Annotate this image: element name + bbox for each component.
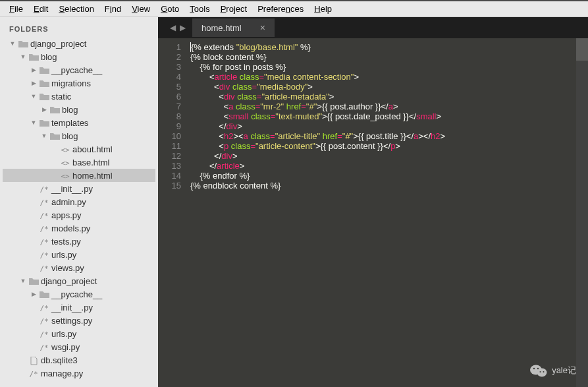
folder-item[interactable]: ▼blog — [3, 50, 155, 63]
file-tree: ▼django_project▼blog▶__pycache__▶migrati… — [3, 37, 155, 380]
folder-item[interactable]: ▼django_project — [3, 37, 155, 50]
code-line[interactable]: </article> — [188, 161, 588, 171]
file-item[interactable]: ▶/*views.py — [3, 261, 155, 274]
folder-item[interactable]: ▼static — [3, 90, 155, 103]
folder-item[interactable]: ▼blog — [3, 129, 155, 142]
tree-label: home.html — [72, 171, 113, 181]
minimap[interactable] — [576, 38, 588, 387]
file-item[interactable]: ▶<>base.html — [3, 156, 155, 169]
file-item[interactable]: ▶/*__init__.py — [3, 182, 155, 195]
menu-tools[interactable]: Tools — [184, 3, 215, 15]
folder-item[interactable]: ▼templates — [3, 116, 155, 129]
tab-nav-arrows: ◀ ▶ — [163, 23, 192, 32]
watermark-text: yale记 — [552, 365, 576, 376]
file-item[interactable]: ▶<>about.html — [3, 142, 155, 156]
chevron-right-icon[interactable]: ▶ — [29, 67, 38, 73]
chevron-down-icon[interactable]: ▼ — [29, 93, 38, 100]
nav-forward-icon[interactable]: ▶ — [180, 23, 186, 32]
file-item[interactable]: ▶/*tests.py — [3, 235, 155, 248]
folder-item[interactable]: ▶blog — [3, 103, 155, 116]
file-item[interactable]: ▶<>home.html — [3, 169, 155, 182]
code-line[interactable]: <div class="article-metadata"> — [188, 92, 588, 102]
tree-label: __pycache__ — [51, 289, 102, 299]
code-line[interactable]: {% block content %} — [188, 52, 588, 62]
line-number: 14 — [161, 171, 181, 181]
menu-preferences[interactable]: Preferences — [252, 3, 309, 15]
folder-item[interactable]: ▶migrations — [3, 76, 155, 90]
file-item[interactable]: ▶/*wsgi.py — [3, 340, 155, 353]
folder-icon — [17, 39, 29, 49]
menu-view[interactable]: View — [126, 3, 155, 15]
file-item[interactable]: ▶/*apps.py — [3, 208, 155, 222]
code-line[interactable]: {% endfor %} — [188, 171, 588, 181]
menu-help[interactable]: Help — [309, 3, 337, 15]
line-number: 12 — [161, 151, 181, 161]
menu-edit[interactable]: Edit — [28, 3, 53, 15]
chevron-down-icon[interactable]: ▼ — [8, 40, 17, 47]
code-line[interactable]: <small class="text-muted">{{ post.date_p… — [188, 111, 588, 121]
file-item[interactable]: ▶db.sqlite3 — [3, 353, 155, 367]
file-item[interactable]: ▶/*__init__.py — [3, 301, 155, 314]
file-item[interactable]: ▶/*urls.py — [3, 327, 155, 340]
menu-selection[interactable]: Selection — [53, 3, 99, 15]
menu-project[interactable]: Project — [215, 3, 252, 15]
chevron-right-icon[interactable]: ▶ — [29, 291, 38, 297]
py-icon: /* — [38, 223, 50, 233]
line-number: 5 — [161, 82, 181, 92]
line-number: 2 — [161, 52, 181, 62]
code-line[interactable]: {% for post in posts %} — [188, 62, 588, 72]
code-line[interactable]: <p class="article-content">{{ post.conte… — [188, 141, 588, 151]
folder-icon — [38, 78, 50, 88]
folder-icon — [38, 289, 50, 299]
tab-active[interactable]: home.html × — [192, 18, 275, 37]
tree-label: blog — [41, 52, 57, 62]
code-line[interactable]: <div class="media-body"> — [188, 82, 588, 92]
chevron-down-icon[interactable]: ▼ — [29, 119, 38, 126]
close-icon[interactable]: × — [260, 22, 265, 33]
folders-header: FOLDERS — [3, 22, 155, 37]
py-icon: /* — [38, 263, 50, 273]
py-icon: /* — [38, 316, 50, 326]
code-line[interactable]: {% endblock content %} — [188, 181, 588, 191]
py-icon: /* — [38, 237, 50, 247]
svg-point-2 — [533, 368, 535, 369]
file-item[interactable]: ▶/*urls.py — [3, 248, 155, 261]
tree-label: __init__.py — [51, 184, 93, 194]
chevron-right-icon[interactable]: ▶ — [40, 106, 49, 113]
chevron-down-icon[interactable]: ▼ — [40, 133, 49, 139]
folder-item[interactable]: ▶__pycache__ — [3, 63, 155, 76]
file-item[interactable]: ▶/*manage.py — [3, 367, 155, 380]
tree-label: django_project — [41, 276, 97, 286]
chevron-right-icon[interactable]: ▶ — [29, 80, 38, 86]
folder-icon — [49, 131, 61, 141]
chevron-down-icon[interactable]: ▼ — [18, 53, 28, 60]
code-content[interactable]: {% extends "blog/base.html" %}{% block c… — [188, 38, 588, 387]
code-line[interactable]: {% extends "blog/base.html" %} — [188, 42, 588, 52]
html-icon: <> — [59, 171, 71, 181]
code-line[interactable]: <a class="mr-2" href="#">{{ post.author … — [188, 102, 588, 111]
editor-body[interactable]: 123456789101112131415 {% extends "blog/b… — [158, 38, 588, 387]
svg-point-5 — [543, 371, 545, 372]
sidebar: FOLDERS ▼django_project▼blog▶__pycache__… — [0, 17, 158, 387]
folder-icon — [49, 105, 61, 115]
nav-back-icon[interactable]: ◀ — [170, 23, 176, 32]
file-item[interactable]: ▶/*settings.py — [3, 314, 155, 327]
minimap-thumb[interactable] — [576, 38, 588, 61]
tree-label: migrations — [51, 78, 91, 88]
folder-item[interactable]: ▶__pycache__ — [3, 287, 155, 301]
py-icon: /* — [38, 250, 50, 260]
menu-goto[interactable]: Goto — [155, 3, 184, 15]
code-line[interactable]: </div> — [188, 121, 588, 131]
line-number: 7 — [161, 102, 181, 111]
line-number: 6 — [161, 92, 181, 102]
menu-file[interactable]: File — [4, 3, 28, 15]
file-item[interactable]: ▶/*models.py — [3, 222, 155, 235]
code-line[interactable]: </div> — [188, 151, 588, 161]
chevron-down-icon[interactable]: ▼ — [18, 278, 28, 284]
tree-label: wsgi.py — [51, 342, 80, 352]
code-line[interactable]: <article class="media content-section"> — [188, 72, 588, 82]
code-line[interactable]: <h2><a class="article-title" href="#">{{… — [188, 131, 588, 141]
folder-item[interactable]: ▼django_project — [3, 274, 155, 287]
menu-find[interactable]: Find — [99, 3, 126, 15]
file-item[interactable]: ▶/*admin.py — [3, 195, 155, 208]
